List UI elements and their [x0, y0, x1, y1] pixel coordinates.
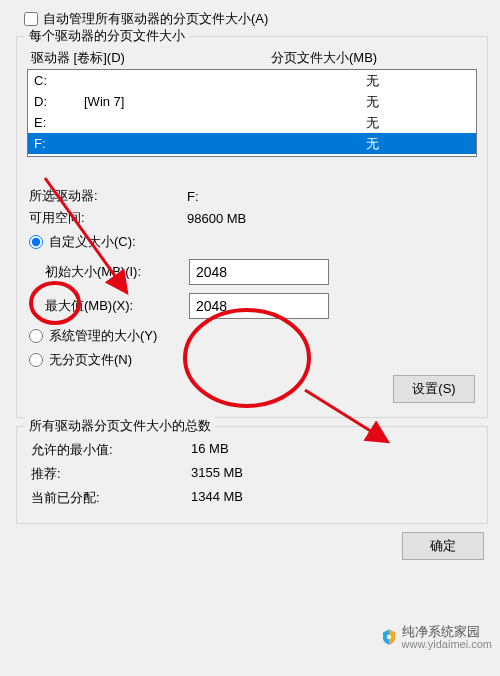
drive-pagefile-size: 无	[274, 92, 470, 111]
available-space-value: 98600 MB	[187, 211, 477, 226]
min-allowed-row: 允许的最小值: 16 MB	[27, 441, 477, 459]
initial-size-label: 初始大小(MB)(I):	[29, 263, 189, 281]
drive-pagefile-size: 无	[274, 71, 470, 90]
set-button[interactable]: 设置(S)	[393, 375, 475, 403]
drive-header-pf: 分页文件大小(MB)	[271, 49, 473, 67]
ok-button[interactable]: 确定	[402, 532, 484, 560]
drive-list[interactable]: C:无D:[Win 7]无E:无F:无	[27, 69, 477, 157]
no-paging-label[interactable]: 无分页文件(N)	[49, 351, 132, 369]
drive-volume-label: [Win 7]	[84, 92, 274, 111]
available-space-label: 可用空间:	[27, 209, 187, 227]
drive-row[interactable]: D:[Win 7]无	[28, 91, 476, 112]
drive-header-drive: 驱动器 [卷标](D)	[31, 49, 271, 67]
per-drive-group-title: 每个驱动器的分页文件大小	[25, 27, 189, 45]
allocated-row: 当前已分配: 1344 MB	[27, 489, 477, 507]
min-allowed-value: 16 MB	[191, 441, 477, 459]
auto-manage-label[interactable]: 自动管理所有驱动器的分页文件大小(A)	[43, 10, 268, 28]
allocated-label: 当前已分配:	[31, 489, 191, 507]
allocated-value: 1344 MB	[191, 489, 477, 507]
drive-list-header: 驱动器 [卷标](D) 分页文件大小(MB)	[27, 49, 477, 67]
system-managed-label[interactable]: 系统管理的大小(Y)	[49, 327, 157, 345]
available-space-row: 可用空间: 98600 MB	[27, 209, 477, 227]
recommended-row: 推荐: 3155 MB	[27, 465, 477, 483]
totals-group-title: 所有驱动器分页文件大小的总数	[25, 417, 215, 435]
watermark-name: 纯净系统家园	[402, 625, 480, 639]
selected-drive-row: 所选驱动器: F:	[27, 187, 477, 205]
initial-size-row: 初始大小(MB)(I):	[29, 259, 477, 285]
selected-drive-value: F:	[187, 189, 477, 204]
max-size-row: 最大值(MB)(X):	[29, 293, 477, 319]
system-managed-radio[interactable]	[29, 329, 43, 343]
no-paging-row[interactable]: 无分页文件(N)	[29, 351, 477, 369]
drive-letter: F:	[34, 134, 84, 153]
custom-size-radio[interactable]	[29, 235, 43, 249]
system-managed-row[interactable]: 系统管理的大小(Y)	[29, 327, 477, 345]
no-paging-radio[interactable]	[29, 353, 43, 367]
logo-icon	[380, 628, 398, 646]
virtual-memory-dialog: 自动管理所有驱动器的分页文件大小(A) 每个驱动器的分页文件大小 驱动器 [卷标…	[0, 0, 500, 676]
drive-letter: E:	[34, 113, 84, 132]
selected-drive-label: 所选驱动器:	[27, 187, 187, 205]
custom-size-label[interactable]: 自定义大小(C):	[49, 233, 136, 251]
initial-size-input[interactable]	[189, 259, 329, 285]
custom-size-row[interactable]: 自定义大小(C):	[29, 233, 477, 251]
drive-row[interactable]: C:无	[28, 70, 476, 91]
watermark: 纯净系统家园 www.yidaimei.com	[376, 623, 496, 652]
min-allowed-label: 允许的最小值:	[31, 441, 191, 459]
drive-letter: C:	[34, 71, 84, 90]
button-bar: 确定	[10, 532, 484, 560]
drive-row[interactable]: F:无	[28, 133, 476, 154]
auto-manage-row[interactable]: 自动管理所有驱动器的分页文件大小(A)	[24, 10, 494, 28]
recommended-value: 3155 MB	[191, 465, 477, 483]
max-size-label: 最大值(MB)(X):	[29, 297, 189, 315]
drive-row[interactable]: E:无	[28, 112, 476, 133]
auto-manage-checkbox[interactable]	[24, 12, 38, 26]
per-drive-group: 每个驱动器的分页文件大小 驱动器 [卷标](D) 分页文件大小(MB) C:无D…	[16, 36, 488, 418]
totals-group: 所有驱动器分页文件大小的总数 允许的最小值: 16 MB 推荐: 3155 MB…	[16, 426, 488, 524]
max-size-input[interactable]	[189, 293, 329, 319]
watermark-url: www.yidaimei.com	[402, 639, 492, 650]
recommended-label: 推荐:	[31, 465, 191, 483]
drive-letter: D:	[34, 92, 84, 111]
drive-pagefile-size: 无	[274, 113, 470, 132]
drive-pagefile-size: 无	[274, 134, 470, 153]
svg-point-0	[386, 635, 391, 640]
